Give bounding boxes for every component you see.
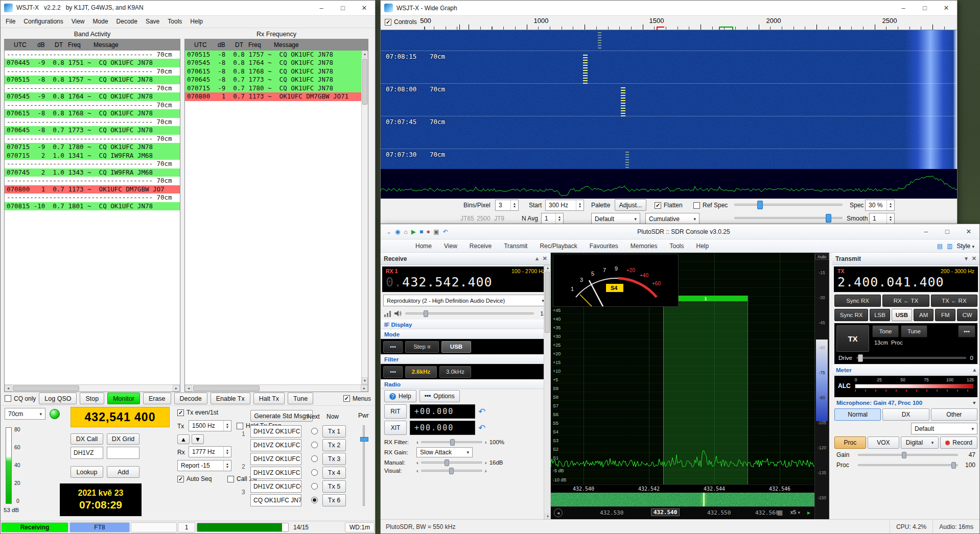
- maximize-icon[interactable]: □: [937, 224, 958, 239]
- drive-slider-handle[interactable]: [858, 354, 863, 362]
- tx-freq-spinner[interactable]: 1500 Hz▲▼: [189, 420, 231, 431]
- tab-transmit[interactable]: Transmit: [498, 240, 533, 252]
- options-button[interactable]: •••Options: [419, 390, 460, 402]
- scroll-up-icon[interactable]: ▴: [544, 265, 551, 271]
- decode-row[interactable]: -------------------------------------- 7…: [5, 193, 180, 202]
- rit-reset-icon[interactable]: ↶: [478, 406, 485, 417]
- profile-dx-button[interactable]: DX: [882, 408, 929, 421]
- filter-more-button[interactable]: •••: [383, 366, 403, 378]
- dx-grid-field[interactable]: [107, 447, 139, 459]
- rx-gain-combo[interactable]: Slow Attack▾: [416, 447, 473, 457]
- window-layout-icon[interactable]: ▤: [937, 242, 943, 250]
- dx-call-field[interactable]: DH1VZ: [71, 447, 103, 459]
- tx2-radio[interactable]: [311, 442, 318, 448]
- tx1-radio[interactable]: [311, 428, 318, 434]
- decode-row[interactable]: 070715 2 1.0 1341 ~ CQ IW9FRA JM68: [5, 152, 180, 160]
- sync-rx-mode-button[interactable]: Sync RX: [834, 309, 868, 321]
- grid-view-icon[interactable]: ▦: [777, 509, 783, 516]
- slider-right-icon[interactable]: ›: [485, 468, 487, 474]
- transmit-panel-header[interactable]: Transmit ▾ ✕: [832, 253, 979, 265]
- mic-gain-slider[interactable]: [858, 454, 958, 456]
- style-combo[interactable]: Style ▾: [956, 242, 974, 250]
- menu-configurations[interactable]: Configurations: [20, 16, 66, 27]
- decode-row[interactable]: 070715 -9 0.7 1780 ~ CQ OK1UFC JN78: [185, 84, 368, 93]
- tune-button[interactable]: Tune: [901, 325, 927, 337]
- tab-help[interactable]: Help: [690, 240, 715, 252]
- decode-row[interactable]: 070445 -9 0.8 1751 ~ CQ OK1UFC JN78: [5, 59, 180, 67]
- radio-section[interactable]: Radio▴: [381, 379, 550, 389]
- filter-section[interactable]: Filter▴: [381, 354, 550, 364]
- navg-spinner[interactable]: 1▲▼: [541, 213, 564, 224]
- pwr-slider-handle[interactable]: [360, 437, 368, 442]
- auto-label[interactable]: Auto: [815, 254, 829, 260]
- undo-icon[interactable]: ↶: [443, 228, 448, 235]
- tx5-button[interactable]: Tx 5: [322, 480, 346, 493]
- halt-tx-button[interactable]: Halt Tx: [253, 393, 285, 404]
- close-icon[interactable]: ✕: [936, 1, 957, 15]
- tx6-button[interactable]: Tx 6: [322, 494, 346, 506]
- tx2-button[interactable]: Tx 2: [322, 439, 346, 451]
- meter-section[interactable]: Meter▴: [832, 365, 979, 375]
- visual-gain-slider[interactable]: [421, 470, 482, 472]
- am-button[interactable]: AM: [914, 309, 934, 321]
- freq-down-button[interactable]: ▼: [192, 434, 204, 444]
- decode-row[interactable]: 070615 -8 0.8 1768 ~ CQ OK1UFC JN78: [5, 109, 180, 118]
- if-display-section[interactable]: IF Display▴: [381, 320, 550, 329]
- scroll-right-icon[interactable]: ▸: [361, 385, 368, 392]
- decode-row[interactable]: 070645 -8 0.7 1773 ~ CQ OK1UFC JN78: [5, 126, 180, 135]
- audio-device-combo[interactable]: Reproduktory (2 - High Definition Audio …: [383, 295, 548, 306]
- rit-button[interactable]: RIT: [384, 404, 407, 419]
- decode-row[interactable]: -------------------------------------- 7…: [5, 160, 180, 168]
- decode-row[interactable]: -------------------------------------- 7…: [5, 101, 180, 110]
- filter-26-button[interactable]: 2.6kHz: [405, 366, 437, 378]
- gain-slider-handle[interactable]: [757, 201, 763, 209]
- decode-row[interactable]: 070645 -8 0.7 1773 ~ CQ OK1UFC JN78: [185, 76, 368, 84]
- decode-row[interactable]: 070615 -8 0.8 1768 ~ CQ OK1UFC JN78: [185, 67, 368, 76]
- rx-frequency-value[interactable]: 432.542.400: [402, 275, 493, 289]
- scroll-down-icon[interactable]: ▾: [362, 377, 368, 384]
- nav-back-icon[interactable]: ◂: [554, 508, 563, 517]
- close-panel-icon[interactable]: ✕: [972, 255, 976, 262]
- receive-panel-header[interactable]: Receive ▴ ✕: [381, 253, 550, 265]
- step-button[interactable]: Step ≡: [405, 341, 439, 353]
- slider-left-icon[interactable]: ‹: [416, 459, 418, 466]
- tx-message-2-field[interactable]: DH1VZ OK1UFC -15: [250, 439, 301, 451]
- filter-30-button[interactable]: 3.0kHz: [439, 366, 471, 378]
- tx6-radio[interactable]: [311, 497, 318, 503]
- decode-row[interactable]: 070515 -8 0.8 1757 ~ CQ OK1UFC JN78: [5, 76, 180, 84]
- erase-button[interactable]: Erase: [143, 393, 171, 404]
- rx-filter-slider[interactable]: [421, 441, 482, 443]
- profile-normal-button[interactable]: Normal: [834, 408, 881, 421]
- receive-panel-scrollbar[interactable]: ▴ ▾: [544, 265, 550, 519]
- sdr-waterfall[interactable]: [551, 493, 814, 506]
- tx-message-4-field[interactable]: DH1VZ OK1UFC RR7: [250, 467, 301, 479]
- decode-row[interactable]: -------------------------------------- 7…: [5, 177, 180, 185]
- tx-message-5-combo[interactable]: DH1VZ OK1UFC▾: [250, 480, 301, 493]
- drive-slider[interactable]: [856, 357, 966, 359]
- rx-frequency-hscrollbar[interactable]: ◂ ▸: [185, 384, 368, 392]
- palette-combo[interactable]: Default▾: [591, 213, 640, 225]
- tx-frequency-marker[interactable]: [657, 27, 664, 30]
- sdr-titlebar[interactable]: ⌄ ◉ ⌂ ▶ ■ ⏺ ▣ ↶ PlutoSDR :: SDR Console …: [381, 224, 979, 239]
- dial-frequency[interactable]: 432,541 400: [71, 407, 170, 427]
- mic-proc-handle[interactable]: [951, 462, 956, 469]
- decode-row[interactable]: 070745 2 1.0 1343 ~ CQ IW9FRA JM68: [5, 168, 180, 177]
- zoom-level[interactable]: x5 ▾: [790, 509, 800, 515]
- tx-message-6-field[interactable]: CQ OK1UFC JN78: [250, 494, 301, 506]
- customize-arrow-icon[interactable]: ⌄: [386, 228, 391, 235]
- spec-spinner[interactable]: 30 %▲▼: [865, 200, 895, 211]
- tx-frequency-value[interactable]: 2.400.041.400: [837, 275, 944, 289]
- slider-left-icon[interactable]: ‹: [416, 439, 418, 445]
- tab-rec-playback[interactable]: Rec/Playback: [533, 240, 583, 252]
- collapse-icon[interactable]: ▴: [535, 255, 539, 262]
- wsjtx-titlebar[interactable]: WSJT-X v2.2.2 by K1JT, G4WJS, and K9AN –…: [1, 1, 375, 16]
- xit-value-display[interactable]: +00.000: [410, 421, 475, 435]
- cw-button[interactable]: CW: [957, 309, 977, 321]
- waterfall-display[interactable]: 07:08:15 70cm 07:08:00 70cm 07:07:45 70c…: [381, 30, 957, 169]
- tx4-radio[interactable]: [311, 469, 318, 476]
- nav-play-icon[interactable]: ▸: [807, 509, 810, 516]
- scroll-down-icon[interactable]: ▾: [544, 514, 551, 519]
- speaker-icon[interactable]: [394, 310, 403, 317]
- band-select[interactable]: 70cm▾: [5, 408, 45, 420]
- slider-right-icon[interactable]: ›: [485, 439, 487, 445]
